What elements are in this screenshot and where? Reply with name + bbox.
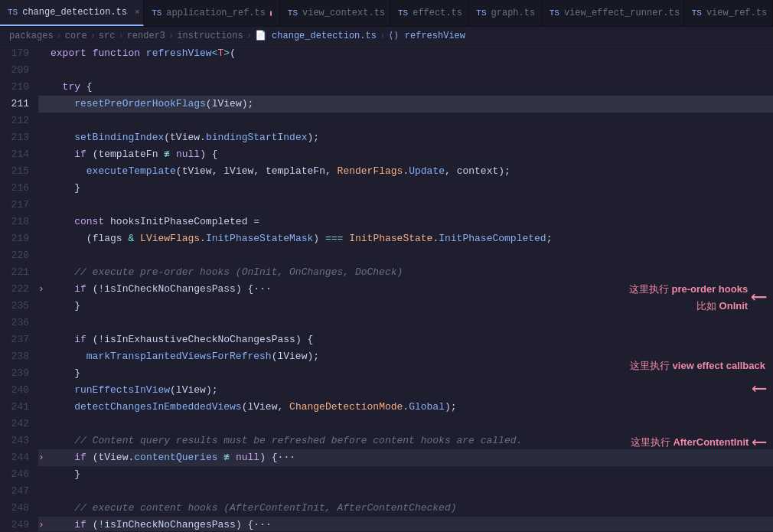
tab-label: graph.ts [491,8,536,18]
code-line-243: // Content query results must be refresh… [38,432,773,449]
breadcrumb: packages › core › src › render3 › instru… [0,27,773,45]
code-line-218: const hooksInitPhaseCompleted = [38,214,773,230]
line-numbers: 179 209 210 211 212 213 214 215 216 217 … [0,45,35,531]
code-line-247 [38,483,773,500]
tab-change-detection[interactable]: TS change_detection.ts × [0,0,144,26]
code-line-237: if (!isInExhaustiveCheckNoChangesPass) { [38,331,773,348]
code-line-219: (flags & LViewFlags.InitPhaseStateMask) … [38,230,773,247]
tab-label: view_context.ts [302,8,385,18]
ts-icon: TS [288,8,298,18]
code-line-216: } [38,180,773,197]
ts-icon: TS [692,8,702,18]
code-line-210: try { [38,79,773,96]
code-line-220 [38,247,773,264]
editor: 179 209 210 211 212 213 214 215 216 217 … [0,45,773,531]
ts-icon: TS [8,8,18,17]
tab-bar: TS change_detection.ts × TS application_… [0,0,773,27]
code-line-240: runEffectsInView(lView); ⟵ [38,382,773,399]
code-line-248: // execute content hooks (AfterContentIn… [38,500,773,517]
code-line-217 [38,197,773,214]
modified-dot [270,11,272,16]
tab-label: change_detection.ts [22,7,127,18]
code-line-242 [38,416,773,432]
tab-application-ref[interactable]: TS application_ref.ts [144,0,280,26]
tab-label: effect.ts [413,8,462,18]
code-line-241: detectChangesInEmbeddedViews(lView, Chan… [38,399,773,416]
tab-view-context[interactable]: TS view_context.ts [280,0,390,26]
code-line-238: markTransplantedViewsForRefresh(lView); [38,348,773,365]
tab-label: view_effect_runner.ts [564,8,680,18]
tab-label: view_ref.ts [706,8,767,18]
code-line-222: › if (!isInCheckNoChangesPass) {··· 这里执行… [38,281,773,298]
code-line-213: setBindingIndex(tView.bindingStartIndex)… [38,129,773,146]
tab-effect[interactable]: TS effect.ts [390,0,468,26]
code-line-249: › if (!isInCheckNoChangesPass) {··· [38,517,773,531]
code-line-236 [38,315,773,331]
code-line-244: › if (tView.contentQueries ≢ null) {··· … [38,449,773,466]
code-line-239: } 这里执行 view effect callback [38,365,773,382]
code-line-211: resetPreOrderHookFlags(lView); [38,96,773,113]
code-content: export function refreshView<T>( try { re… [35,45,773,531]
code-line-215: executeTemplate(tView, lView, templateFn… [38,163,773,180]
code-line-235: } [38,298,773,315]
ts-icon: TS [152,8,161,18]
code-line-209 [38,62,773,79]
ts-icon: TS [550,8,559,18]
tab-view-effect-runner[interactable]: TS view_effect_runner.ts [542,0,684,26]
tab-graph[interactable]: TS graph.ts [468,0,541,26]
tab-label: application_ref.ts [166,8,266,18]
code-line-179: export function refreshView<T>( [38,45,773,62]
tab-view-ref[interactable]: TS view_ref.ts [684,0,773,26]
code-line-221: // execute pre-order hooks (OnInit, OnCh… [38,264,773,281]
code-line-246: } [38,466,773,483]
code-line-214: if (templateFn ≢ null) { [38,146,773,163]
tab-close-icon[interactable]: × [135,8,140,17]
ts-icon: TS [476,8,486,18]
ts-icon: TS [398,8,408,18]
code-line-212 [38,113,773,129]
